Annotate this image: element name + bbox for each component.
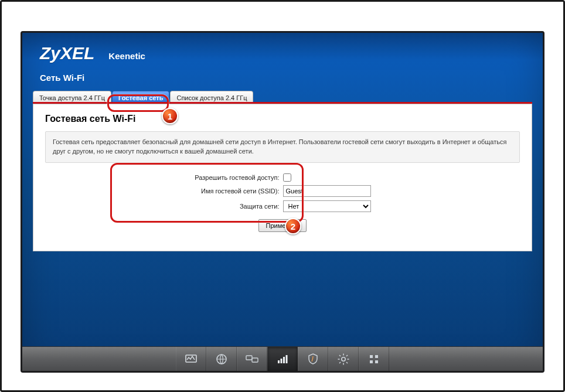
security-label: Защита сети: [195,203,280,210]
svg-point-8 [342,357,345,360]
allow-guest-checkbox[interactable] [283,173,291,182]
tab-label: Точка доступа 2.4 ГГц [39,94,105,101]
router-window: ZyXEL Keenetic Сеть Wi-Fi Точка доступа … [21,31,544,373]
computers-icon [245,352,259,366]
ssid-input[interactable] [283,185,371,197]
content-panel: Гостевая сеть Wi-Fi Гостевая сеть предос… [33,104,532,251]
gear-icon [336,352,350,366]
svg-rect-2 [246,356,252,360]
toolbar-wifi[interactable] [267,347,298,371]
bottom-toolbar [22,346,543,371]
tab-guest-network[interactable]: Гостевая сеть [112,91,169,102]
panel-title: Гостевая сеть Wi-Fi [45,114,520,124]
security-select[interactable]: Нет [283,200,371,212]
svg-rect-5 [281,359,282,363]
brand-model: Keenetic [108,51,145,61]
tab-label: Список доступа 2.4 ГГц [176,94,247,101]
guest-form: Разрешить гостевой доступ: Имя гостевой … [45,171,520,238]
toolbar-settings[interactable] [328,347,359,371]
svg-line-15 [339,362,341,363]
header: ZyXEL Keenetic [22,33,543,68]
svg-line-14 [346,362,348,363]
globe-icon [215,352,229,366]
panel-description: Гостевая сеть предоставляет безопасный д… [45,131,520,163]
wifi-bars-icon [275,352,290,366]
brand-logo: ZyXEL [40,43,94,63]
svg-rect-20 [375,360,378,363]
svg-line-16 [346,355,348,356]
svg-rect-4 [278,360,280,363]
tab-access-list[interactable]: Список доступа 2.4 ГГц [170,91,253,102]
tabs-bar: Точка доступа 2.4 ГГц Гостевая сеть Спис… [33,91,532,104]
shield-icon [306,352,320,366]
toolbar-globe[interactable] [206,347,237,371]
ssid-label: Имя гостевой сети (SSID): [195,188,280,195]
svg-rect-17 [370,355,373,358]
apply-button[interactable]: Применить [258,219,307,232]
svg-line-13 [339,355,341,356]
svg-rect-7 [286,355,288,363]
toolbar-apps[interactable] [359,347,389,371]
svg-rect-19 [370,360,373,363]
toolbar-monitor[interactable] [176,347,206,371]
apps-icon [367,352,381,366]
tab-label: Гостевая сеть [118,94,163,101]
monitor-icon [184,352,198,366]
svg-rect-3 [252,358,258,362]
svg-rect-6 [283,357,285,363]
outer-frame: ZyXEL Keenetic Сеть Wi-Fi Точка доступа … [0,0,565,392]
svg-rect-18 [375,355,378,358]
allow-guest-label: Разрешить гостевой доступ: [195,174,280,181]
tab-access-point[interactable]: Точка доступа 2.4 ГГц [33,91,111,102]
toolbar-shield[interactable] [298,347,328,371]
toolbar-computers[interactable] [237,347,267,371]
page-subtitle: Сеть Wi-Fi [40,73,543,83]
